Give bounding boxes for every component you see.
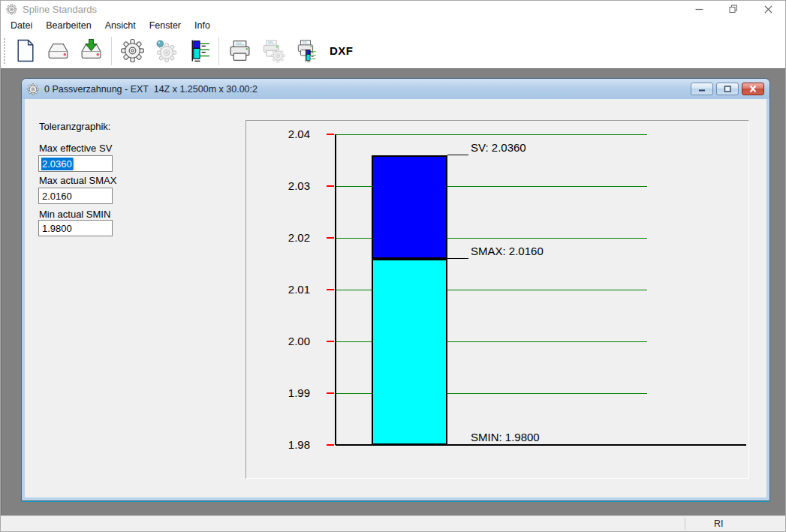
print-setup-button[interactable] xyxy=(256,35,289,67)
child-window-title: 0 Passverzahnung - EXT 14Z x 1.2500m x 3… xyxy=(44,84,257,95)
menu-item-ansicht[interactable]: Ansicht xyxy=(98,19,143,32)
panel-heading: Toleranzgraphik: xyxy=(39,121,110,132)
axis-tick xyxy=(327,237,334,239)
new-button[interactable] xyxy=(8,35,41,67)
analyze-button[interactable] xyxy=(149,35,182,67)
selected-text: 2.0360 xyxy=(41,158,73,170)
axis-tick-label: 2.01 xyxy=(250,283,310,296)
axis-tick xyxy=(327,392,334,394)
toolbar-separator xyxy=(111,37,112,65)
annotation-callout xyxy=(447,155,468,155)
text-caret xyxy=(73,158,74,170)
chart-button[interactable] xyxy=(182,35,215,67)
settings-button[interactable] xyxy=(116,35,149,67)
open-button[interactable] xyxy=(41,35,74,67)
annotation-label: SMIN: 1.9800 xyxy=(471,431,540,443)
y-axis xyxy=(335,134,336,445)
annotation-callout xyxy=(447,258,468,259)
max-actual-smax-label: Max actual SMAX xyxy=(39,175,116,186)
child-restore-button[interactable] xyxy=(716,83,739,95)
chart-panel: 2.042.032.022.012.001.991.98SV: 2.0360SM… xyxy=(245,120,749,479)
status-separator xyxy=(685,518,685,530)
gridline xyxy=(336,134,647,135)
save-drive-icon xyxy=(79,38,104,63)
axis-tick xyxy=(327,341,334,342)
axis-tick xyxy=(327,289,334,290)
axis-tick xyxy=(327,185,334,187)
max-effective-sv-input[interactable]: 2.0360 xyxy=(38,155,113,172)
max-actual-smax-input[interactable] xyxy=(38,188,113,204)
child-minimize-icon xyxy=(696,84,708,94)
menu-item-datei[interactable]: Datei xyxy=(4,19,39,32)
mdi-area: 0 Passverzahnung - EXT 14Z x 1.2500m x 3… xyxy=(1,68,785,515)
restore-icon xyxy=(729,5,738,14)
child-minimize-button[interactable] xyxy=(691,83,713,95)
toolbar-gripper xyxy=(2,37,6,65)
caption-buttons xyxy=(682,1,785,17)
save-button[interactable] xyxy=(74,35,107,67)
menu-item-info[interactable]: Info xyxy=(188,19,217,32)
status-bar: RI xyxy=(1,515,785,531)
app-gear-icon xyxy=(6,4,17,15)
print-chart-button[interactable] xyxy=(289,35,322,67)
toolbar-separator xyxy=(218,37,219,65)
child-close-icon xyxy=(747,84,759,94)
max-effective-sv-label: Max effective SV xyxy=(39,143,112,154)
printer-gear-icon xyxy=(260,38,285,63)
axis-tick xyxy=(327,444,334,446)
menu-item-fenster[interactable]: Fenster xyxy=(143,19,188,32)
close-button[interactable] xyxy=(751,1,785,17)
child-close-button[interactable] xyxy=(742,83,764,95)
toolbar: DXF xyxy=(1,33,785,68)
axis-tick-label: 1.98 xyxy=(250,438,310,452)
minimize-icon xyxy=(695,5,703,14)
axis-tick-label: 2.03 xyxy=(250,179,310,193)
child-caption-buttons xyxy=(688,83,764,95)
axis-tick-label: 1.99 xyxy=(250,386,310,400)
minimize-button[interactable] xyxy=(682,1,716,17)
main-window: Spline Standards Datei Bearbeiten Ansich… xyxy=(0,0,786,532)
close-icon xyxy=(764,5,772,14)
annotation-label: SMAX: 2.0160 xyxy=(471,245,544,257)
tolerance-chart: 2.042.032.022.012.001.991.98SV: 2.0360SM… xyxy=(246,121,748,478)
child-client-area: Toleranzgraphik: Max effective SV 2.0360… xyxy=(25,99,766,497)
min-actual-smin-input[interactable] xyxy=(38,220,113,236)
child-titlebar[interactable]: 0 Passverzahnung - EXT 14Z x 1.2500m x 3… xyxy=(22,79,769,99)
window-titlebar: Spline Standards xyxy=(1,1,785,17)
child-window: 0 Passverzahnung - EXT 14Z x 1.2500m x 3… xyxy=(22,79,769,500)
new-document-icon xyxy=(13,38,38,63)
min-actual-smin-label: Min actual SMIN xyxy=(39,209,110,220)
open-drive-icon xyxy=(46,38,71,63)
child-gear-icon xyxy=(27,83,39,95)
axis-tick-label: 2.00 xyxy=(250,335,310,348)
bar-segment-actual-tolerance xyxy=(372,259,447,445)
menu-item-bearbeiten[interactable]: Bearbeiten xyxy=(39,19,98,32)
dxf-button[interactable]: DXF xyxy=(322,44,361,57)
gear-ball-icon xyxy=(153,38,178,63)
axis-tick-label: 2.02 xyxy=(250,231,310,245)
child-restore-icon xyxy=(721,84,733,94)
window-title: Spline Standards xyxy=(23,4,97,15)
bar-segment-effective-tolerance xyxy=(372,155,447,259)
status-text: RI xyxy=(714,518,724,529)
printer-chart-icon xyxy=(294,38,318,63)
gear-icon xyxy=(120,38,145,63)
restore-button[interactable] xyxy=(716,1,751,17)
menubar: Datei Bearbeiten Ansicht Fenster Info xyxy=(1,17,785,33)
axis-tick xyxy=(327,134,334,135)
axis-tick-label: 2.04 xyxy=(250,128,310,141)
annotation-label: SV: 2.0360 xyxy=(471,141,526,154)
printer-icon xyxy=(227,38,252,63)
tolerance-chart-icon xyxy=(186,38,211,63)
print-button[interactable] xyxy=(223,35,256,67)
